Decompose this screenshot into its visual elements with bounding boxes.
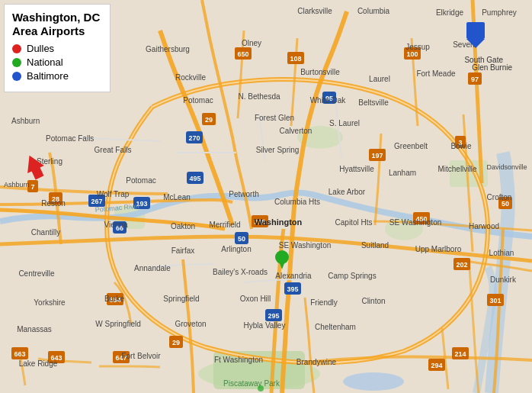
svg-text:Springfield: Springfield	[163, 295, 199, 303]
legend-item-baltimore: Baltimore	[12, 70, 101, 82]
svg-text:29: 29	[172, 339, 180, 346]
svg-text:McLean: McLean	[163, 193, 191, 201]
svg-text:Lanham: Lanham	[389, 169, 416, 177]
svg-text:495: 495	[189, 175, 200, 182]
svg-text:Pumphrey: Pumphrey	[482, 8, 517, 17]
svg-text:Ashburn: Ashburn	[11, 117, 40, 125]
svg-text:Fort Belvoir: Fort Belvoir	[121, 352, 161, 360]
svg-text:Upp Marlboro: Upp Marlboro	[415, 245, 462, 253]
svg-text:Hybla Valley: Hybla Valley	[244, 321, 286, 330]
svg-text:Greenbelt: Greenbelt	[394, 142, 428, 150]
svg-text:Silver Spring: Silver Spring	[256, 146, 300, 154]
national-dot	[12, 58, 21, 67]
svg-text:Beltsville: Beltsville	[358, 98, 389, 107]
svg-text:650: 650	[237, 50, 248, 58]
svg-text:Jessup: Jessup	[405, 43, 430, 51]
svg-text:29: 29	[205, 116, 213, 124]
svg-text:Oxon Hill: Oxon Hill	[240, 295, 271, 303]
svg-text:Clarksville: Clarksville	[297, 7, 332, 15]
svg-text:Yorkshire: Yorkshire	[34, 298, 66, 307]
svg-text:Dunkirk: Dunkirk	[490, 275, 517, 284]
legend-panel: Washington, DC Area Airports Dulles Nati…	[4, 4, 111, 92]
svg-text:W Springfield: W Springfield	[95, 320, 140, 328]
svg-text:Manassas: Manassas	[17, 325, 52, 333]
svg-text:Rockville: Rockville	[175, 73, 206, 82]
svg-text:Great Falls: Great Falls	[95, 146, 132, 154]
svg-text:Suitland: Suitland	[361, 241, 389, 250]
svg-text:Alexandria: Alexandria	[275, 272, 312, 280]
svg-text:Laurel: Laurel	[369, 75, 390, 83]
svg-text:Petworth: Petworth	[229, 190, 258, 198]
national-label: National	[27, 56, 63, 68]
svg-text:663: 663	[14, 350, 25, 358]
svg-text:Crofton: Crofton	[487, 193, 512, 201]
svg-text:Camp Springs: Camp Springs	[328, 272, 376, 280]
svg-text:Potomac: Potomac	[183, 96, 213, 105]
svg-text:Burke: Burke	[104, 295, 125, 303]
svg-text:295: 295	[268, 312, 279, 320]
svg-text:202: 202	[456, 261, 467, 269]
svg-text:Oakton: Oakton	[171, 222, 195, 230]
svg-text:SE Washington: SE Washington	[279, 241, 332, 250]
svg-point-146	[258, 385, 264, 391]
baltimore-label: Baltimore	[27, 70, 69, 82]
svg-text:197: 197	[371, 152, 383, 159]
svg-text:Friendly: Friendly	[310, 298, 338, 307]
legend-title: Washington, DC Area Airports	[12, 11, 101, 38]
svg-text:214: 214	[454, 350, 466, 358]
svg-text:Brandywine: Brandywine	[296, 358, 337, 366]
svg-text:White Oak: White Oak	[310, 96, 347, 105]
svg-text:Capitol Hts: Capitol Hts	[335, 218, 373, 227]
svg-text:Hyattsville: Hyattsville	[339, 165, 374, 173]
svg-text:Columbia: Columbia	[357, 7, 390, 15]
svg-text:Piscataway Park: Piscataway Park	[223, 379, 280, 388]
svg-text:Forest Glen: Forest Glen	[255, 114, 294, 122]
legend-item-national: National	[12, 56, 101, 68]
svg-text:108: 108	[290, 55, 301, 63]
svg-text:Columbia Hts: Columbia Hts	[274, 198, 320, 206]
svg-text:Potomac Falls: Potomac Falls	[46, 134, 94, 143]
svg-rect-150	[466, 22, 485, 39]
svg-text:Bowie: Bowie	[450, 142, 472, 150]
svg-text:Elkridge: Elkridge	[436, 8, 464, 17]
svg-text:270: 270	[188, 134, 200, 142]
svg-text:Olney: Olney	[242, 39, 261, 47]
svg-text:294: 294	[431, 362, 442, 369]
svg-text:Ft Washington: Ft Washington	[214, 356, 263, 364]
svg-text:267: 267	[91, 198, 102, 205]
svg-text:Lothian: Lothian	[489, 249, 514, 257]
svg-text:Lake Arbor: Lake Arbor	[328, 188, 366, 196]
map-container: 495 395 295 270 95 50 66 193 29 97 650	[0, 0, 532, 393]
svg-text:Fairfax: Fairfax	[171, 246, 195, 255]
svg-text:Chantilly: Chantilly	[31, 228, 60, 237]
svg-text:Potomac: Potomac	[126, 176, 155, 185]
svg-text:Centreville: Centreville	[18, 269, 55, 278]
svg-text:Burtonsville: Burtonsville	[300, 68, 340, 76]
dulles-dot	[12, 44, 21, 53]
svg-text:301: 301	[489, 297, 501, 304]
svg-text:Mitchellville: Mitchellville	[437, 165, 477, 173]
svg-text:97: 97	[471, 76, 479, 83]
dulles-label: Dulles	[27, 43, 54, 54]
svg-text:Davidsonville: Davidsonville	[486, 163, 527, 171]
legend-title-line1: Washington, DC	[12, 11, 100, 24]
svg-text:Lake Ridge: Lake Ridge	[19, 359, 58, 368]
svg-text:395: 395	[287, 285, 298, 293]
svg-text:S. Laurel: S. Laurel	[329, 119, 360, 127]
baltimore-dot	[12, 72, 21, 81]
svg-text:N. Bethesda: N. Bethesda	[238, 92, 280, 101]
svg-text:Vienna: Vienna	[104, 221, 128, 229]
svg-text:Arlington: Arlington	[221, 245, 251, 253]
svg-text:100: 100	[406, 50, 418, 58]
svg-text:Merrifield: Merrifield	[209, 221, 240, 229]
svg-text:Reston: Reston	[41, 199, 66, 208]
svg-text:Ashburn: Ashburn	[4, 181, 30, 188]
svg-text:50: 50	[238, 235, 245, 243]
svg-text:Calverton: Calverton	[280, 127, 312, 135]
svg-text:Gaithersburg: Gaithersburg	[146, 45, 190, 53]
svg-text:Cheltenham: Cheltenham	[315, 323, 356, 331]
svg-text:Glen Burnie: Glen Burnie	[472, 63, 512, 72]
svg-text:Harwood: Harwood	[469, 222, 499, 230]
svg-text:Groveton: Groveton	[175, 320, 206, 328]
svg-point-7	[343, 372, 404, 391]
